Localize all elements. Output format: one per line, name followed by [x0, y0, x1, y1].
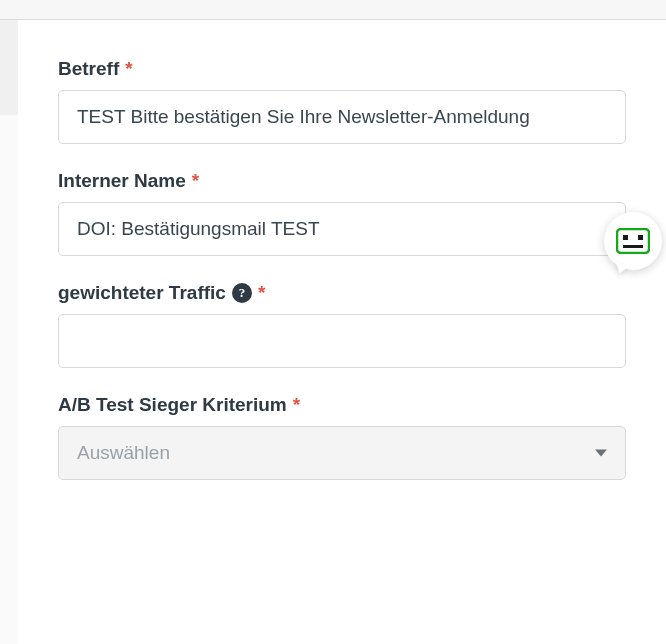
- svg-rect-0: [617, 229, 649, 253]
- password-manager-widget[interactable]: [604, 212, 662, 270]
- field-ab-test-sieger: A/B Test Sieger Kriterium * Auswählen: [58, 394, 626, 480]
- required-asterisk: *: [125, 58, 132, 80]
- required-asterisk: *: [293, 394, 300, 416]
- gewichteter-traffic-input[interactable]: [58, 314, 626, 368]
- label-text: A/B Test Sieger Kriterium: [58, 394, 287, 416]
- label-betreff: Betreff *: [58, 58, 626, 80]
- betreff-input[interactable]: [58, 90, 626, 144]
- roboform-icon: [616, 228, 650, 254]
- form-panel: Betreff * Interner Name * gewichteter Tr…: [18, 20, 666, 644]
- required-asterisk: *: [192, 170, 199, 192]
- required-asterisk: *: [258, 282, 265, 304]
- interner-name-input[interactable]: [58, 202, 626, 256]
- svg-rect-2: [638, 235, 643, 240]
- label-text: Interner Name: [58, 170, 186, 192]
- label-interner-name: Interner Name *: [58, 170, 626, 192]
- chevron-down-icon: [595, 450, 607, 457]
- field-interner-name: Interner Name *: [58, 170, 626, 256]
- select-placeholder: Auswählen: [77, 442, 170, 464]
- svg-rect-3: [623, 245, 643, 248]
- label-text: gewichteter Traffic: [58, 282, 226, 304]
- label-text: Betreff: [58, 58, 119, 80]
- field-betreff: Betreff *: [58, 58, 626, 144]
- label-gewichteter-traffic: gewichteter Traffic ? *: [58, 282, 626, 304]
- help-icon[interactable]: ?: [232, 283, 252, 303]
- side-strip: [0, 20, 18, 115]
- label-ab-test-sieger: A/B Test Sieger Kriterium *: [58, 394, 626, 416]
- svg-rect-1: [623, 235, 628, 240]
- ab-test-sieger-select[interactable]: Auswählen: [58, 426, 626, 480]
- field-gewichteter-traffic: gewichteter Traffic ? *: [58, 282, 626, 368]
- top-bar: [0, 0, 666, 20]
